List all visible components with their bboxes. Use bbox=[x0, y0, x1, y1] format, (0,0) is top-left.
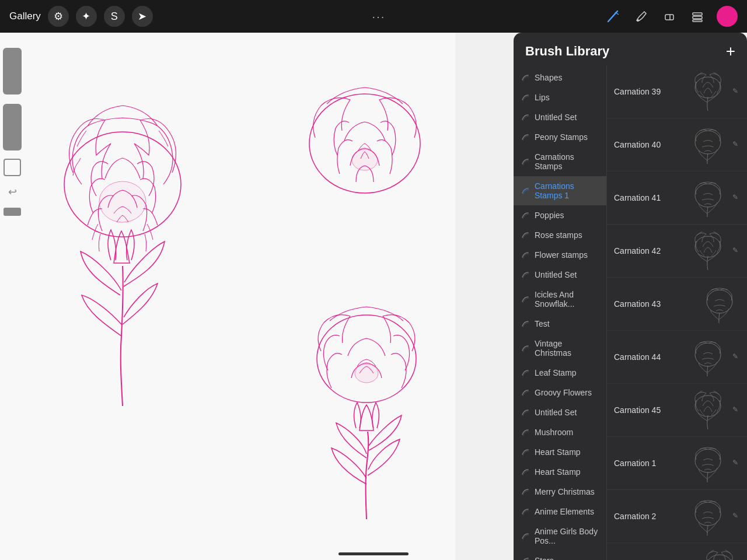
brush-item-carnation3[interactable]: Carnation 3 bbox=[607, 543, 747, 560]
brush-item-carnation44[interactable]: Carnation 44 ✎ bbox=[607, 331, 747, 384]
brush-item-carnation40[interactable]: Carnation 40 ✎ bbox=[607, 118, 747, 172]
svg-point-13 bbox=[355, 364, 378, 383]
category-icon bbox=[521, 211, 530, 220]
brush-panel: Brush Library + Shapes Lips Untitle bbox=[514, 33, 747, 560]
category-item-test[interactable]: Test bbox=[514, 314, 606, 334]
category-icon bbox=[521, 408, 530, 417]
canvas-area[interactable] bbox=[0, 33, 455, 560]
edit-icon: ✎ bbox=[731, 140, 740, 149]
wrench-icon[interactable]: ⚙ bbox=[48, 6, 69, 27]
category-item-vintage[interactable]: Vintage Christmas bbox=[514, 334, 606, 363]
category-item-shapes[interactable]: Shapes bbox=[514, 68, 606, 88]
brush-name: Carnation 2 bbox=[614, 511, 687, 522]
category-item-leaf[interactable]: Leaf Stamp bbox=[514, 363, 606, 383]
brush-item-carnation1[interactable]: Carnation 1 ✎ bbox=[607, 437, 747, 490]
brush-item-carnation45[interactable]: Carnation 45 ✎ bbox=[607, 384, 747, 437]
move-icon[interactable]: ➤ bbox=[132, 6, 153, 27]
category-item-groovy[interactable]: Groovy Flowers bbox=[514, 383, 606, 402]
pen-tool-button[interactable] bbox=[605, 8, 622, 25]
category-label: Anime Elements bbox=[535, 507, 594, 516]
category-item-peony[interactable]: Peony Stamps bbox=[514, 127, 606, 147]
category-icon bbox=[521, 319, 530, 328]
category-item-untitled1[interactable]: Untitled Set bbox=[514, 107, 606, 127]
brush-item-carnation39[interactable]: Carnation 39 ✎ bbox=[607, 65, 747, 118]
edit-icon: ✎ bbox=[731, 87, 740, 96]
eraser-tool-button[interactable] bbox=[661, 8, 678, 25]
brush-preview bbox=[699, 549, 740, 560]
category-label: Heart Stamp bbox=[535, 447, 581, 457]
category-label: Leaf Stamp bbox=[535, 368, 577, 377]
shape-selector[interactable] bbox=[4, 159, 21, 176]
category-item-christmas[interactable]: Merry Christmas bbox=[514, 482, 606, 502]
edit-icon: ✎ bbox=[731, 193, 740, 202]
magic-icon[interactable]: ✦ bbox=[76, 6, 97, 27]
edit-icon: ✎ bbox=[731, 352, 740, 362]
add-brush-button[interactable]: + bbox=[726, 43, 735, 60]
category-item-heart2[interactable]: Heart Stamp bbox=[514, 462, 606, 482]
category-item-carnations[interactable]: Carnations Stamps bbox=[514, 147, 606, 176]
carnation-bottom-right-drawing bbox=[292, 303, 444, 525]
category-item-lips[interactable]: Lips bbox=[514, 88, 606, 107]
brush-name: Carnation 44 bbox=[614, 352, 687, 362]
category-item-stars[interactable]: Stars bbox=[514, 551, 606, 560]
category-item-anime[interactable]: Anime Elements bbox=[514, 502, 606, 522]
brush-item-carnation2[interactable]: Carnation 2 ✎ bbox=[607, 490, 747, 543]
category-item-animegirls[interactable]: Anime Girls Body Pos... bbox=[514, 522, 606, 551]
category-item-mushroom[interactable]: Mushroom bbox=[514, 422, 606, 442]
more-options-button[interactable]: ··· bbox=[372, 10, 386, 23]
category-item-icicles[interactable]: Icicles And Snowflak... bbox=[514, 285, 606, 314]
brush-name: Carnation 42 bbox=[614, 246, 687, 256]
category-icon bbox=[521, 344, 530, 353]
category-list: Shapes Lips Untitled Set Peony Stamps bbox=[514, 65, 607, 560]
edit-icon: ✎ bbox=[731, 459, 740, 468]
brush-tool-button[interactable] bbox=[633, 8, 650, 25]
category-item-flower[interactable]: Flower stamps bbox=[514, 245, 606, 265]
color-picker-button[interactable] bbox=[717, 6, 738, 27]
brush-item-carnation42[interactable]: Carnation 42 ✎ bbox=[607, 225, 747, 278]
brush-preview bbox=[687, 177, 728, 218]
category-icon bbox=[521, 447, 530, 457]
clear-button[interactable] bbox=[4, 208, 21, 216]
brush-name: Carnation 43 bbox=[614, 299, 699, 309]
category-label: Merry Christmas bbox=[535, 487, 595, 496]
category-label: Flower stamps bbox=[535, 250, 588, 260]
category-label: Carnations Stamps bbox=[535, 152, 599, 171]
svg-point-2 bbox=[637, 19, 639, 22]
brush-preview bbox=[699, 284, 740, 324]
brush-size-slider[interactable] bbox=[3, 48, 22, 94]
category-label: Anime Girls Body Pos... bbox=[535, 527, 599, 545]
category-icon bbox=[521, 388, 530, 397]
edit-icon: ✎ bbox=[731, 405, 740, 415]
category-item-untitled3[interactable]: Untitled Set bbox=[514, 402, 606, 422]
undo-button[interactable]: ↩ bbox=[4, 183, 21, 201]
gallery-button[interactable]: Gallery bbox=[9, 10, 41, 22]
brush-preview bbox=[687, 443, 728, 484]
brush-library-title: Brush Library bbox=[525, 44, 609, 59]
svg-point-12 bbox=[317, 315, 416, 402]
category-icon bbox=[521, 186, 530, 195]
category-item-carnations1[interactable]: Carnations Stamps 1 bbox=[514, 176, 606, 205]
category-icon bbox=[521, 467, 530, 477]
svg-point-17 bbox=[695, 236, 721, 257]
brush-preview bbox=[687, 496, 728, 537]
brush-item-carnation43[interactable]: Carnation 43 bbox=[607, 278, 747, 331]
category-item-untitled2[interactable]: Untitled Set bbox=[514, 265, 606, 285]
category-item-heart1[interactable]: Heart Stamp bbox=[514, 442, 606, 462]
svg-point-20 bbox=[695, 396, 721, 416]
brush-item-carnation41[interactable]: Carnation 41 ✎ bbox=[607, 172, 747, 225]
svg-point-9 bbox=[99, 181, 146, 222]
category-item-poppies[interactable]: Poppies bbox=[514, 205, 606, 225]
style-icon[interactable]: S bbox=[104, 6, 125, 27]
category-label: Shapes bbox=[535, 73, 562, 82]
brush-content: Shapes Lips Untitled Set Peony Stamps bbox=[514, 65, 747, 560]
edit-icon: ✎ bbox=[731, 246, 740, 256]
category-icon bbox=[521, 556, 530, 560]
opacity-slider[interactable] bbox=[3, 104, 22, 150]
home-indicator bbox=[338, 552, 409, 555]
category-item-rose[interactable]: Rose stamps bbox=[514, 225, 606, 245]
brush-preview bbox=[687, 71, 728, 112]
carnation-top-right-drawing bbox=[298, 79, 432, 208]
category-icon bbox=[521, 531, 530, 541]
brush-name: Carnation 1 bbox=[614, 458, 687, 468]
layers-button[interactable] bbox=[689, 8, 706, 25]
